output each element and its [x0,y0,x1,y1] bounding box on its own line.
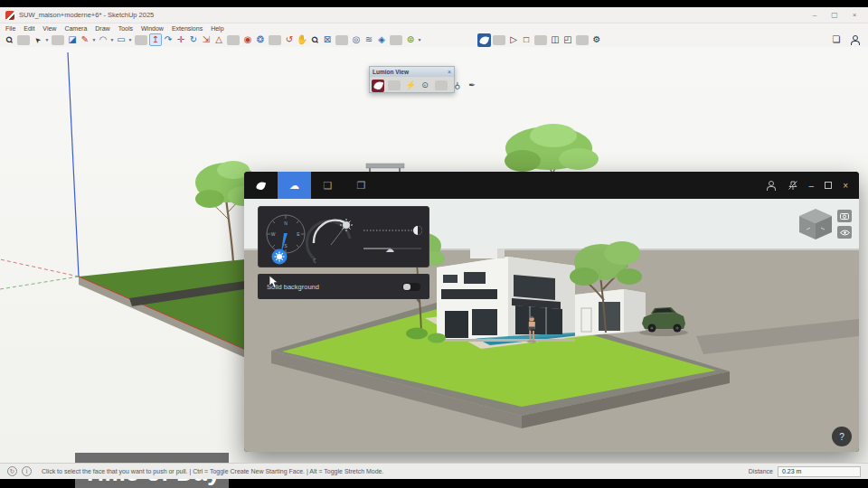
cloud-handle-icon: ☁ [385,244,394,254]
menu-edit[interactable]: Edit [24,25,34,32]
north-offset-dial[interactable]: N W E S [267,215,305,265]
svg-text:S: S [284,243,288,249]
offset-tool-icon[interactable]: △ [212,33,225,46]
lumion-camera-a-button[interactable]: ◫ [549,33,561,46]
letterbox-top [0,0,868,7]
toolbar-divider [227,35,240,45]
lumion-view-title: Lumion View [373,69,409,75]
toolbar-divider [435,80,448,90]
toolbar-divider [52,35,64,45]
menu-view[interactable]: View [42,25,56,32]
toolbar-divider [17,35,30,45]
window-title: SUW_maison+moderne+6* - SketchUp 2025 [19,11,154,19]
status-bar: ↻ i Click to select the face that you wa… [0,463,868,479]
move-tool-icon[interactable]: ✛ [175,33,187,46]
status-message: Click to select the face that you want t… [42,468,383,474]
lumion-livesync-button[interactable] [477,33,491,47]
close-button[interactable]: × [846,11,863,19]
lumion-overlay-window: ☁❏❐ – × [244,172,859,452]
unpin-icon[interactable] [788,180,798,191]
menu-window[interactable]: Window [141,25,164,32]
solid-background-row[interactable]: Solid background [258,274,429,299]
nav-cube[interactable] [797,208,834,240]
sun-position-handle[interactable] [272,249,288,265]
moon-icon: ☾ [313,258,318,264]
measurement-label: Distance [749,468,773,474]
svg-text:W: W [271,231,276,237]
section-plane-tool-icon[interactable]: ◎ [350,33,363,46]
lumion-view-toolbar: Lumion View × ⚡⊙⚲✒ [369,66,455,93]
overlay-maximize-button[interactable] [825,182,832,189]
sketchup-logo [5,11,14,20]
line-tool-icon[interactable]: ✎ [79,33,91,46]
bulb-button[interactable]: ⚲ [451,80,464,92]
menu-camera[interactable]: Camera [64,25,87,32]
overlay-close-button[interactable]: × [843,181,848,191]
minimize-button[interactable]: – [807,11,823,19]
sketchup-window: SUW_maison+moderne+6* - SketchUp 2025 – … [0,7,868,479]
rotate-tool-icon[interactable]: ↻ [187,33,200,46]
geolocation-icon[interactable]: ↻ [7,466,17,476]
render-view[interactable]: N W E S [244,199,859,452]
lumion-play-button[interactable]: ▷ [507,33,520,46]
menu-file[interactable]: File [5,25,15,32]
toolbar-divider [576,35,589,45]
follow-me-tool-icon[interactable]: ↷ [162,33,175,46]
section-fill-tool-icon[interactable]: ◈ [375,33,388,46]
pen-button[interactable]: ✒ [466,80,478,92]
rectangle-tool-icon[interactable]: ▭ [115,33,127,46]
cloud-slider[interactable]: ☁ [363,244,421,254]
toolbar-divider [388,80,401,90]
brightness-slider[interactable] [363,226,422,235]
sandbox-tool-icon[interactable]: ⊜ [404,33,417,46]
toolbar-divider [335,35,348,45]
lumion-camera-b-button[interactable]: ◰ [561,33,574,46]
sun-settings-panel: N W E S [258,206,429,267]
visibility-button[interactable] [837,226,852,239]
camera-view-button[interactable] [837,210,852,222]
overlay-minimize-button[interactable]: – [809,181,815,191]
orbit-tool-icon[interactable]: ↺ [283,33,296,46]
tab-weather[interactable]: ☁ [278,172,311,199]
measurement-value[interactable]: 0.23 m [778,466,861,477]
overlay-header: ☁❏❐ – × [244,172,859,199]
maximize-button[interactable]: ▢ [826,11,843,19]
new-document-icon[interactable]: ❏ [830,33,843,46]
menu-tools[interactable]: Tools [118,25,133,32]
eraser-tool-icon[interactable]: ◪ [66,33,79,46]
zoom-tool-icon[interactable]: Ϙ [0,31,18,49]
help-button[interactable]: ? [832,427,852,446]
sandbox-dropdown[interactable]: ▼ [417,33,422,46]
menu-help[interactable]: Help [211,25,223,32]
solid-background-toggle[interactable] [402,283,420,291]
arc-tool-icon[interactable]: ◠ [97,33,109,46]
push-pull-tool-icon[interactable]: ↥ [149,33,162,46]
lumion-settings-button[interactable]: ⚙ [590,33,603,46]
tab-render-photo[interactable]: ❐ [344,172,378,199]
position-camera-tool-icon[interactable]: ◉ [241,33,254,46]
rectangle-dropdown[interactable]: ▼ [127,33,133,46]
lumion-stop-button[interactable]: □ [520,33,533,46]
tab-styles[interactable]: ❏ [311,172,344,199]
target-button[interactable]: ⊙ [419,80,431,92]
lumion-view-close-icon[interactable]: × [448,69,451,75]
tab-lumion-home[interactable] [244,172,278,199]
toolbar-divider [269,35,281,45]
title-bar: SUW_maison+moderne+6* - SketchUp 2025 – … [0,7,868,23]
toolbar-divider [135,35,147,45]
section-cuts-tool-icon[interactable]: ≋ [363,33,375,46]
main-toolbar: Ϙ➤▼◪✎▼◠▼▭▼↥↷✛↻⇲△◉❂↺✋Ϙ⊠◎≋◈⊜▼ ▷□◫◰⚙ ❏ [0,33,868,48]
info-icon[interactable]: i [22,466,32,476]
look-around-tool-icon[interactable]: ❂ [254,33,267,46]
lumion-view-button[interactable] [372,80,384,92]
menu-draw[interactable]: Draw [95,25,109,32]
scale-tool-icon[interactable]: ⇲ [200,33,212,46]
toolbar-divider [534,35,547,45]
account-icon[interactable] [764,179,777,192]
lightning-button[interactable]: ⚡ [404,80,417,92]
account-icon[interactable] [848,33,861,46]
toolbar-divider [493,35,505,45]
time-of-day-arc[interactable]: ☾ [307,219,353,264]
menu-bar: FileEditViewCameraDrawToolsWindowExtensi… [0,23,868,33]
menu-extensions[interactable]: Extensions [172,25,203,32]
